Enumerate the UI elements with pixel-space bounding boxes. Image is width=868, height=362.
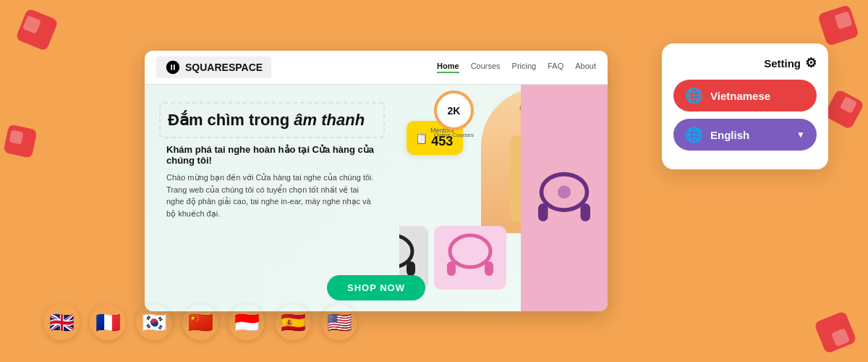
flag-uk[interactable]: 🇬🇧 xyxy=(43,304,80,340)
hero-title-text: Đắm chìm trong âm thanh xyxy=(168,111,365,129)
browser-nav: Home Courses Pricing FAQ About xyxy=(437,62,596,73)
squarespace-logo-icon xyxy=(165,59,181,75)
svg-rect-8 xyxy=(581,203,591,222)
settings-title: Setting ⚙ xyxy=(673,55,817,71)
indonesia-flag-emoji: 🇮🇩 xyxy=(234,311,260,334)
hero-title: Đắm chìm trong âm thanh xyxy=(159,102,385,138)
settings-panel: Setting ⚙ 🌐 Vietnamese 🌐 English ▼ xyxy=(662,43,828,169)
svg-rect-7 xyxy=(538,203,548,222)
courses-badge: 2K Online Courses xyxy=(434,90,474,138)
browser-content: Đắm chìm trong âm thanh Khám phá tai ngh… xyxy=(145,85,608,311)
courses-number: 2K xyxy=(447,105,460,117)
gear-icon: ⚙ xyxy=(805,55,817,71)
headphone-right-svg xyxy=(532,167,597,232)
settings-label: Setting xyxy=(764,57,801,70)
globe-icon-vn: 🌐 xyxy=(685,87,703,104)
svg-rect-5 xyxy=(485,261,493,276)
spain-flag-emoji: 🇪🇸 xyxy=(281,311,306,334)
flag-china[interactable]: 🇨🇳 xyxy=(182,304,218,340)
deco-cube-inner-ml xyxy=(9,130,23,144)
hero-subtitle: Khám phá tai nghe hoàn hảo tại Cửa hàng … xyxy=(159,144,385,166)
hero-description: Chào mừng bạn đến với Cửa hàng tai nghe … xyxy=(159,172,385,219)
nav-pricing[interactable]: Pricing xyxy=(512,62,537,73)
vietnamese-label: Vietnamese xyxy=(710,90,770,102)
english-label: English xyxy=(710,129,749,141)
svg-rect-4 xyxy=(447,261,456,276)
globe-icon-en: 🌐 xyxy=(685,126,703,143)
nav-courses[interactable]: Courses xyxy=(471,62,501,73)
shop-now-button[interactable]: SHOP NOW xyxy=(327,275,425,300)
mentor-icon: 📋 xyxy=(415,132,427,144)
flags-row: 🇬🇧 🇫🇷 🇰🇷 🇨🇳 🇮🇩 🇪🇸 🇺🇸 xyxy=(43,304,357,340)
korea-flag-emoji: 🇰🇷 xyxy=(142,311,167,334)
usa-flag-emoji: 🇺🇸 xyxy=(327,311,352,334)
svg-point-9 xyxy=(558,185,571,198)
svg-point-3 xyxy=(450,235,490,267)
nav-faq[interactable]: FAQ xyxy=(548,62,563,73)
flag-korea[interactable]: 🇰🇷 xyxy=(136,304,172,340)
english-button[interactable]: 🌐 English ▼ xyxy=(673,119,817,151)
browser-logo: SQUARESPACE xyxy=(156,56,271,78)
chevron-down-icon: ▼ xyxy=(796,130,805,140)
pink-panel xyxy=(521,85,608,311)
courses-label: Online Courses xyxy=(434,132,474,138)
nav-home[interactable]: Home xyxy=(437,62,459,73)
france-flag-emoji: 🇫🇷 xyxy=(95,311,121,334)
svg-rect-2 xyxy=(407,261,415,276)
flag-france[interactable]: 🇫🇷 xyxy=(90,304,126,340)
browser-card: SQUARESPACE Home Courses Pricing FAQ Abo… xyxy=(145,51,608,311)
headphone-pink-svg xyxy=(441,231,499,285)
vietnamese-button[interactable]: 🌐 Vietnamese xyxy=(673,80,817,111)
flag-indonesia[interactable]: 🇮🇩 xyxy=(229,304,265,340)
flag-usa[interactable]: 🇺🇸 xyxy=(321,304,357,340)
china-flag-emoji: 🇨🇳 xyxy=(188,311,213,334)
uk-flag-emoji: 🇬🇧 xyxy=(49,311,75,334)
logo-text: SQUARESPACE xyxy=(185,62,263,73)
browser-topbar: SQUARESPACE Home Courses Pricing FAQ Abo… xyxy=(145,51,608,85)
flag-spain[interactable]: 🇪🇸 xyxy=(275,304,311,340)
nav-about[interactable]: About xyxy=(575,62,596,73)
headphone-pink xyxy=(434,226,506,290)
